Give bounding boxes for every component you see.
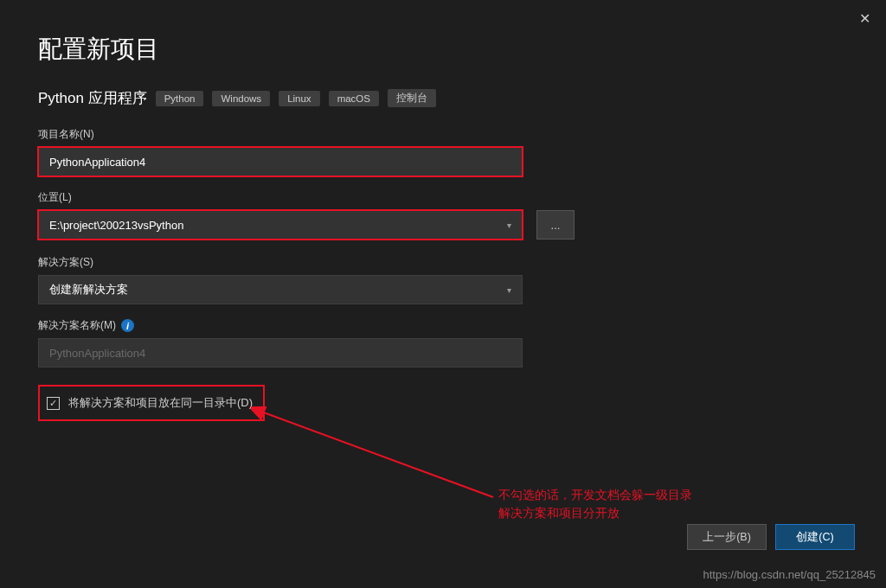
chevron-down-icon: ▾ [507, 220, 511, 230]
project-name-label: 项目名称(N) [38, 127, 848, 142]
tag-python: Python [156, 91, 204, 106]
location-value: E:\project\200213vsPython [49, 219, 183, 232]
page-title: 配置新项目 [38, 33, 848, 66]
checkbox-label: 将解决方案和项目放在同一目录中(D) [68, 395, 253, 411]
template-name: Python 应用程序 [38, 88, 147, 108]
annotation-text: 不勾选的话，开发文档会躲一级目录 解决方案和项目分开放 [498, 486, 692, 522]
location-label: 位置(L) [38, 190, 848, 205]
template-tags-row: Python 应用程序 Python Windows Linux macOS 控… [38, 88, 848, 108]
browse-button[interactable]: ... [536, 210, 575, 240]
create-button[interactable]: 创建(C) [775, 524, 855, 550]
close-icon[interactable]: ✕ [859, 10, 870, 27]
same-directory-checkbox-row[interactable]: ✓ 将解决方案和项目放在同一目录中(D) [38, 385, 265, 421]
watermark: https://blog.csdn.net/qq_25212845 [703, 568, 876, 581]
tag-macos: macOS [329, 91, 379, 106]
solution-value: 创建新解决方案 [49, 282, 128, 297]
solution-name-label: 解决方案名称(M) i [38, 318, 848, 333]
tag-linux: Linux [279, 91, 320, 106]
info-icon[interactable]: i [121, 319, 134, 332]
checkbox-icon[interactable]: ✓ [47, 397, 60, 410]
chevron-down-icon: ▾ [507, 285, 511, 295]
solution-dropdown[interactable]: 创建新解决方案 ▾ [38, 275, 523, 304]
tag-windows: Windows [212, 91, 270, 106]
back-button[interactable]: 上一步(B) [687, 524, 767, 550]
project-name-input[interactable] [38, 147, 523, 176]
solution-name-input[interactable]: PythonApplication4 [38, 338, 523, 368]
solution-label: 解决方案(S) [38, 255, 848, 270]
location-dropdown[interactable]: E:\project\200213vsPython ▾ [38, 210, 523, 240]
tag-console: 控制台 [388, 89, 436, 107]
